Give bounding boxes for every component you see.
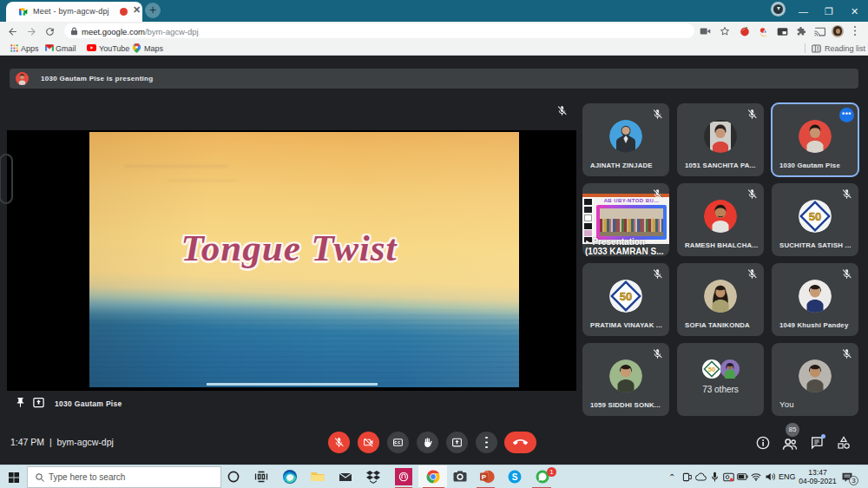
svg-text:50: 50: [708, 366, 715, 373]
svg-text:50: 50: [809, 210, 821, 223]
svg-text:S: S: [512, 472, 518, 482]
svg-text:50: 50: [620, 290, 632, 303]
svg-text:P: P: [482, 473, 487, 481]
